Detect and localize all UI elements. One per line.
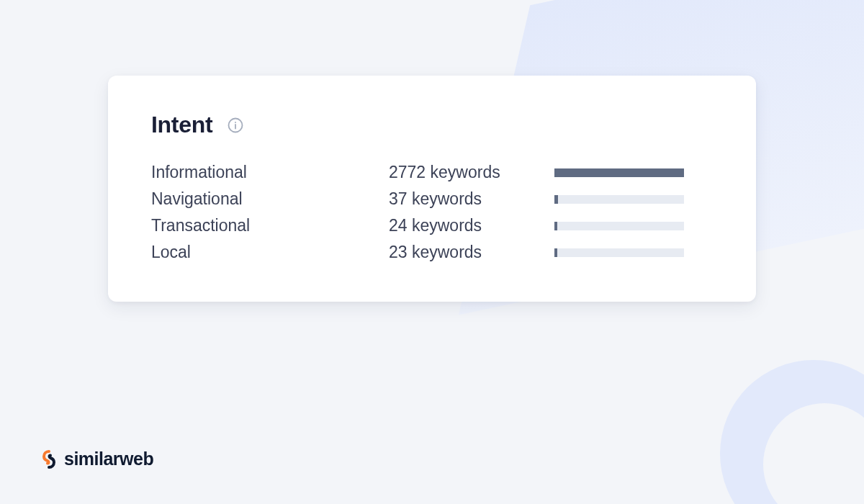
row-bar-fill [554,222,557,230]
row-label: Local [151,243,389,262]
row-bar-fill [554,248,557,257]
svg-point-1 [235,122,236,123]
logo-text: similarweb [64,449,153,469]
row-label: Transactional [151,216,389,235]
row-label: Informational [151,163,389,182]
row-count: 23 keywords [389,243,554,262]
row-count: 37 keywords [389,189,554,209]
intent-rows: Informational 2772 keywords Navigational… [151,163,713,262]
row-bar-fill [554,195,558,204]
intent-row: Transactional 24 keywords [151,216,713,235]
row-label: Navigational [151,189,389,209]
row-bar-fill [554,168,684,177]
intent-row: Navigational 37 keywords [151,189,713,209]
logo-icon [40,450,58,469]
intent-row: Informational 2772 keywords [151,163,713,182]
card-header: Intent [151,112,713,138]
info-icon[interactable] [227,117,244,134]
intent-row: Local 23 keywords [151,243,713,262]
intent-card: Intent Informational 2772 keywords Navig… [108,76,756,302]
logo: similarweb [40,449,153,469]
row-bar [554,248,684,257]
row-bar [554,195,684,204]
card-title: Intent [151,112,212,138]
row-count: 24 keywords [389,216,554,235]
row-count: 2772 keywords [389,163,554,182]
row-bar [554,168,684,177]
row-bar [554,222,684,230]
